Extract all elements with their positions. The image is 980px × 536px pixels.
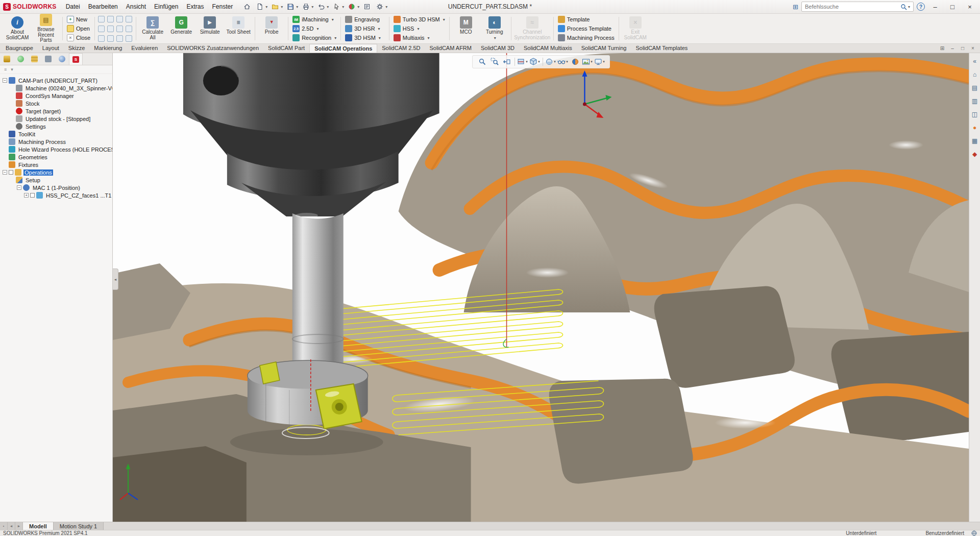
technology-button[interactable]: Recognition ▾ (291, 34, 338, 42)
command-tab[interactable]: SolidCAM Multiaxis (519, 44, 577, 53)
tree-item[interactable]: Updated stock - [Stopped] (0, 115, 112, 123)
hide-show-items-icon[interactable]: ▾ (557, 57, 569, 67)
about-solidcam-button[interactable]: About SolidCAM (4, 15, 31, 42)
command-search[interactable]: ▾ (801, 2, 914, 12)
tree-item[interactable]: Geometries (0, 153, 112, 161)
template-button[interactable]: Process Template (556, 25, 613, 33)
save-icon[interactable] (284, 2, 297, 12)
technology-button[interactable]: iMachining ▾ (291, 15, 335, 24)
home-icon[interactable] (241, 2, 253, 12)
command-tab[interactable]: SOLIDWORKS Zusatzanwendungen (162, 44, 263, 53)
probe-button[interactable]: Probe (258, 15, 285, 42)
cam-action-button[interactable]: Generate (167, 15, 195, 42)
graphics-viewport[interactable]: ▾ ▾ ▾ ▾ (113, 53, 969, 522)
open-dropdown-caret[interactable]: ▾ (281, 5, 283, 9)
model-tab[interactable]: Modell (23, 522, 54, 530)
technology-button[interactable]: 2.5D ▾ (291, 25, 320, 33)
options-gear-icon[interactable] (374, 2, 386, 12)
featuremanager-tab[interactable] (0, 53, 14, 65)
part-data-icon[interactable] (116, 35, 123, 42)
open-document-icon[interactable] (269, 2, 281, 12)
edit-appearance-icon[interactable] (570, 57, 581, 67)
command-tab[interactable]: SolidCAM Turning (577, 44, 631, 53)
options-dropdown-caret[interactable]: ▾ (385, 5, 387, 9)
tree-item[interactable]: Hole Wizard Process (HOLE PROCESSES - SO… (0, 145, 112, 153)
tree-item[interactable]: Machining Process (0, 138, 112, 145)
dropdown-caret[interactable]: ▾ (443, 17, 445, 22)
doc-minimize-icon[interactable]: – (948, 45, 957, 51)
displaymanager-tab[interactable] (55, 53, 69, 65)
part-data-icon[interactable] (116, 16, 123, 22)
undo-dropdown-caret[interactable]: ▾ (327, 5, 329, 9)
solidworks-logo[interactable]: S SOLIDWORKS (3, 3, 57, 11)
command-tab[interactable]: SolidCAM Operations (309, 44, 377, 53)
technology-button[interactable]: Engraving ▾ (344, 15, 386, 24)
model-tabs-scroll-start-icon[interactable]: ▪ (0, 522, 8, 530)
menu-item[interactable]: Ansicht (122, 2, 150, 12)
new-document-icon[interactable] (254, 2, 266, 12)
tree-item[interactable]: Machine (00240_M_3X_Spinner-VC750_Sin84 (0, 84, 112, 92)
model-tabs-scroll-left-icon[interactable]: ◄ (8, 522, 15, 530)
tree-item[interactable]: Fixtures (0, 161, 112, 168)
turning-button[interactable]: Turning ▾ (481, 15, 508, 42)
solidcam-manager-tab[interactable] (69, 53, 83, 65)
part-data-icon[interactable] (98, 16, 105, 22)
part-data-icon[interactable] (116, 26, 123, 32)
part-data-icon[interactable] (98, 35, 105, 42)
search-scope-caret[interactable]: ▾ (908, 5, 910, 9)
file-explorer-icon[interactable]: ▥ (970, 95, 980, 107)
design-library-icon[interactable]: ▤ (970, 82, 980, 94)
command-tab[interactable]: SolidCAM Part (263, 44, 309, 53)
apply-scene-caret[interactable]: ▾ (591, 60, 593, 64)
tree-item[interactable]: Setup (0, 176, 112, 184)
command-tab[interactable]: Baugruppe (1, 44, 38, 53)
part-data-icon[interactable] (107, 26, 114, 32)
tree-item[interactable]: Target (target) (0, 107, 112, 115)
dropdown-caret[interactable]: ▾ (379, 36, 381, 40)
section-view-caret[interactable]: ▾ (526, 60, 528, 64)
part-data-icon[interactable] (107, 16, 114, 22)
template-button[interactable]: Machining Process (556, 34, 616, 42)
rebuild-dropdown-caret[interactable]: ▾ (357, 5, 359, 9)
print-icon[interactable] (300, 2, 312, 12)
display-style-icon[interactable]: ▾ (545, 57, 556, 67)
search-input[interactable] (804, 3, 898, 10)
zoom-fit-icon[interactable] (477, 57, 488, 67)
propertymanager-tab[interactable] (14, 53, 28, 65)
tree-filter-icon[interactable]: ≡ (4, 67, 7, 72)
model-tabs-scroll-right-icon[interactable]: ► (15, 522, 23, 530)
collapse-chevrons-icon[interactable]: « (970, 55, 980, 67)
help-icon[interactable]: ? (917, 3, 925, 11)
menu-item[interactable]: Bearbeiten (84, 2, 122, 12)
close-button[interactable]: × (963, 1, 977, 12)
doc-close-icon[interactable]: × (969, 45, 977, 51)
save-dropdown-caret[interactable]: ▾ (296, 5, 298, 9)
technology-button[interactable]: Turbo 3D HSM ▾ (392, 15, 447, 24)
cam-action-button[interactable]: Calculate All (139, 15, 166, 42)
model-tab[interactable]: Motion Study 1 (54, 522, 104, 530)
command-tab[interactable]: Evaluieren (127, 44, 162, 53)
tree-item[interactable]: MAC 1 (1-Position) (0, 184, 112, 191)
solidworks-resources-icon[interactable]: ⌂ (970, 68, 980, 81)
tree-expander-icon[interactable] (17, 185, 21, 190)
part-data-icon[interactable] (126, 26, 132, 32)
cam-action-button[interactable]: Simulate (196, 15, 224, 42)
template-button[interactable]: Template (556, 15, 592, 24)
rebuild-icon[interactable] (346, 2, 358, 12)
technology-button[interactable]: Multiaxis ▾ (392, 34, 431, 42)
browse-recent-parts-button[interactable]: Browse Recent Parts (32, 13, 60, 44)
select-cursor-icon[interactable] (330, 2, 342, 12)
tree-checkbox[interactable] (9, 170, 13, 175)
view-settings-icon[interactable]: ▾ (594, 57, 605, 67)
command-tab[interactable]: SolidCAM 2.5D (377, 44, 425, 53)
cam-action-button[interactable]: Tool Sheet (225, 15, 252, 42)
command-tab[interactable]: SolidCAM AFRM (425, 44, 476, 53)
dropdown-caret[interactable]: ▾ (334, 36, 336, 40)
view-orientation-caret[interactable]: ▾ (538, 60, 540, 64)
dropdown-caret[interactable]: ▾ (332, 17, 334, 22)
tree-item[interactable]: Stock (0, 100, 112, 107)
tree-expander-icon[interactable] (3, 78, 7, 83)
part-data-icon[interactable] (126, 35, 132, 42)
doc-restore-icon[interactable]: □ (959, 45, 967, 51)
file-menu-item[interactable]: Close (65, 34, 92, 42)
